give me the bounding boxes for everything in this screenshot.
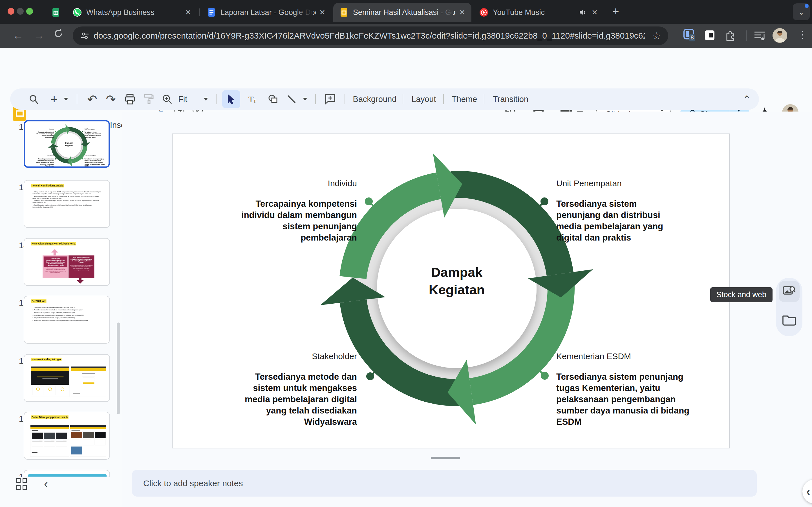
tab-seminar-hasil-aktualisasi[interactable]: Seminar Hasil Aktualisasi - Go ✕ bbox=[333, 3, 471, 22]
audio-speaker-icon[interactable] bbox=[578, 8, 587, 17]
insert-comment-icon[interactable] bbox=[321, 89, 340, 110]
extensions-puzzle-icon[interactable] bbox=[725, 30, 736, 41]
quadrant-text-unit-penempatan[interactable]: Tersedianya sistem penunjang dan distrib… bbox=[556, 198, 669, 243]
quadrant-label-kementerian[interactable]: Kementerian ESDM bbox=[85, 155, 96, 157]
quadrant-text-stakeholder[interactable]: Tersedianya metode dan sistem untuk meng… bbox=[36, 158, 54, 167]
quadrant-label-kementerian[interactable]: Kementerian ESDM bbox=[556, 351, 631, 361]
connector-dot-unit-penempatan bbox=[541, 198, 548, 205]
hide-menus-chevron[interactable]: ⌃ bbox=[738, 89, 756, 110]
redo-icon[interactable]: ↷ bbox=[101, 89, 120, 110]
quadrant-label-stakeholder[interactable]: Stakeholder bbox=[312, 351, 357, 361]
print-icon[interactable] bbox=[121, 89, 139, 110]
youtube-music-icon bbox=[479, 8, 488, 17]
diagram-center-title[interactable]: Dampak Kegiatan bbox=[56, 142, 82, 147]
media-controls-icon[interactable] bbox=[753, 30, 766, 41]
pinned-tab-google-sheets[interactable] bbox=[45, 3, 65, 22]
transition-button[interactable]: Transition bbox=[490, 89, 532, 110]
thumb-list: 1. Berorientasi Pelayanan: Mempermudah p… bbox=[33, 306, 101, 322]
slide-thumbnail-15[interactable]: BerAKHLAK 1. Berorientasi Pelayanan: Mem… bbox=[24, 296, 110, 344]
tab-title: WhatsApp Business bbox=[86, 8, 182, 17]
connector-dot-kementerian bbox=[541, 372, 549, 380]
current-slide[interactable]: Individu Tercapainya kompetensi individu… bbox=[172, 133, 730, 448]
theme-button[interactable]: Theme bbox=[449, 89, 480, 110]
background-button[interactable]: Background bbox=[351, 89, 399, 110]
add-slide-button[interactable]: + bbox=[46, 89, 62, 110]
google-slides-icon bbox=[340, 8, 349, 17]
site-settings-icon[interactable] bbox=[80, 31, 90, 41]
zoom-select-caret[interactable] bbox=[201, 89, 211, 110]
quadrant-label-stakeholder[interactable]: Stakeholder bbox=[47, 155, 54, 157]
browser-menu-icon[interactable]: ⋮ bbox=[797, 29, 808, 41]
quadrant-label-unit-penempatan[interactable]: Unit Penempatan bbox=[85, 128, 95, 129]
thumb-list: 1. Adanya resistensi dari unit kerja lai… bbox=[33, 191, 101, 209]
tab-laporan-latsar[interactable]: Laporan Latsar - Google Docs ✕ bbox=[201, 3, 332, 22]
close-tab-icon[interactable]: ✕ bbox=[459, 8, 465, 17]
tab-title: YouTube Music bbox=[493, 8, 578, 17]
thumb-title: Daftar Diklat yang pernah diikuti bbox=[31, 415, 68, 419]
quadrant-text-individu[interactable]: Tercapainya kompetensi individu dalam me… bbox=[35, 131, 54, 138]
shape-tool[interactable] bbox=[264, 89, 283, 110]
image-search-button[interactable] bbox=[779, 281, 800, 302]
tab-youtube-music[interactable]: YouTube Music ✕ bbox=[473, 3, 604, 22]
connector-dot-unit-penempatan bbox=[82, 131, 83, 132]
extension-badge: 8 bbox=[691, 34, 694, 41]
zoom-window-button[interactable] bbox=[26, 8, 33, 15]
reload-button[interactable] bbox=[52, 27, 66, 40]
quadrant-text-individu[interactable]: Tercapainya kompetensi individu dalam me… bbox=[239, 198, 357, 243]
slide-thumbnail-12[interactable]: Individu Tercapainya kompetensi individu… bbox=[24, 120, 110, 168]
connector-dot-kementerian bbox=[82, 158, 83, 159]
quadrant-text-stakeholder[interactable]: Tersedianya metode dan sistem untuk meng… bbox=[241, 371, 357, 428]
url-text[interactable]: docs.google.com/presentation/d/16Y9R-g33… bbox=[94, 31, 645, 41]
connector-dot-stakeholder bbox=[366, 372, 374, 380]
minimize-window-button[interactable] bbox=[17, 8, 24, 15]
paint-format-icon[interactable] bbox=[139, 89, 158, 110]
select-cursor-tool[interactable] bbox=[222, 89, 240, 110]
close-window-button[interactable] bbox=[8, 8, 14, 15]
bookmark-star-icon[interactable]: ☆ bbox=[652, 30, 661, 41]
canvas-scrollbar[interactable] bbox=[431, 457, 460, 459]
line-tool[interactable] bbox=[283, 89, 300, 110]
filmstrip-scrollbar[interactable] bbox=[117, 323, 120, 414]
back-button[interactable]: ← bbox=[11, 29, 25, 41]
speaker-notes[interactable]: Click to add speaker notes bbox=[132, 470, 757, 497]
quadrant-text-kementerian[interactable]: Tersedianya sistem penunjang tugas Kemen… bbox=[85, 158, 105, 167]
close-tab-icon[interactable]: ✕ bbox=[185, 8, 191, 17]
diagram-center-title[interactable]: Dampak Kegiatan bbox=[372, 264, 541, 298]
zoom-in-icon[interactable] bbox=[158, 89, 176, 110]
quadrant-label-individu[interactable]: Individu bbox=[49, 128, 54, 129]
slide-thumbnail-14[interactable]: Keterkaitan dengan Visi-Misi Unit Kerja … bbox=[24, 238, 110, 286]
zoom-select[interactable]: Fit bbox=[178, 89, 198, 110]
quadrant-text-unit-penempatan[interactable]: Tersedianya sistem penunjang dan distrib… bbox=[85, 131, 102, 138]
grid-view-button[interactable] bbox=[16, 478, 29, 491]
search-menus-icon[interactable] bbox=[23, 89, 45, 110]
thumb-title: Halaman Landing & Login bbox=[31, 358, 61, 361]
google-sheets-icon bbox=[51, 8, 60, 17]
folder-button[interactable] bbox=[781, 312, 797, 328]
slide-thumbnail-17[interactable]: Daftar Diklat yang pernah diikuti bbox=[24, 412, 110, 460]
collapse-filmstrip-chevron[interactable]: ‹ bbox=[44, 477, 48, 491]
undo-icon[interactable]: ↶ bbox=[83, 89, 101, 110]
slide-thumbnail-16[interactable]: Halaman Landing & Login bbox=[24, 354, 110, 402]
svg-text:T: T bbox=[248, 94, 253, 104]
slide-thumbnail-18[interactable] bbox=[24, 470, 110, 477]
whatsapp-icon bbox=[73, 8, 82, 17]
close-tab-icon[interactable]: ✕ bbox=[592, 8, 598, 17]
slide-thumbnail-13[interactable]: Potensi Konflik dan Kendala 1. Adanya re… bbox=[24, 180, 110, 228]
reading-mode-icon[interactable] bbox=[704, 30, 716, 41]
connector-dot-individu bbox=[365, 198, 373, 205]
textbox-tool[interactable]: Tr bbox=[244, 89, 263, 110]
line-tool-caret[interactable] bbox=[300, 89, 310, 110]
connector-dot-individu bbox=[55, 131, 56, 132]
adblock-extension-icon[interactable]: 8 bbox=[683, 29, 696, 43]
layout-button[interactable]: Layout bbox=[408, 89, 439, 110]
tab-whatsapp-business[interactable]: WhatsApp Business ✕ bbox=[66, 3, 197, 22]
forward-button[interactable]: → bbox=[32, 29, 46, 41]
browser-profile-avatar[interactable] bbox=[772, 28, 787, 43]
address-bar[interactable]: docs.google.com/presentation/d/16Y9R-g33… bbox=[73, 26, 668, 45]
add-slide-caret[interactable] bbox=[61, 89, 71, 110]
quadrant-label-unit-penempatan[interactable]: Unit Penempatan bbox=[556, 179, 622, 188]
quadrant-text-kementerian[interactable]: Tersedianya sistem penunjang tugas Kemen… bbox=[556, 371, 692, 428]
quadrant-label-individu[interactable]: Individu bbox=[328, 179, 357, 188]
close-tab-icon[interactable]: ✕ bbox=[319, 8, 325, 17]
new-tab-button[interactable]: + bbox=[609, 5, 622, 18]
